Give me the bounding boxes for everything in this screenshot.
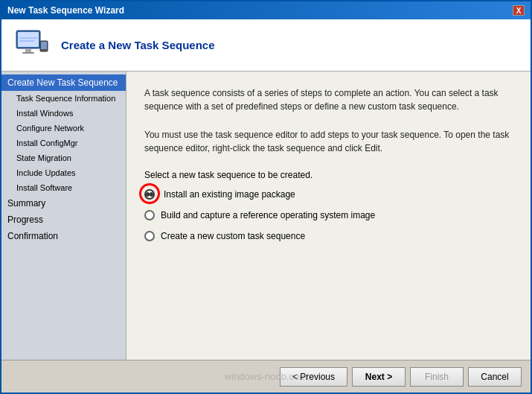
- sidebar: Create New Task Sequence Task Sequence I…: [1, 72, 126, 360]
- sidebar-item-install-configmgr[interactable]: Install ConfigMgr: [1, 136, 126, 150]
- sidebar-item-create-new[interactable]: Create New Task Sequence: [1, 74, 126, 91]
- sidebar-item-configure-network[interactable]: Configure Network: [1, 121, 126, 136]
- title-bar: New Task Sequence Wizard X: [1, 1, 531, 19]
- sidebar-item-install-software[interactable]: Install Software: [1, 180, 126, 195]
- close-button[interactable]: X: [513, 5, 525, 16]
- sidebar-item-label: Create New Task Sequence: [7, 77, 118, 88]
- radio-label-install-existing: Install an existing image package: [164, 189, 295, 200]
- sidebar-item-label: Install Software: [16, 183, 72, 192]
- radio-button-install-existing[interactable]: [144, 189, 155, 200]
- header-title: Create a New Task Sequence: [61, 39, 214, 51]
- sidebar-item-install-windows[interactable]: Install Windows: [1, 106, 126, 121]
- sidebar-item-task-info[interactable]: Task Sequence Information: [1, 91, 126, 106]
- sidebar-item-label: Summary: [7, 198, 45, 209]
- sidebar-item-label: Include Updates: [16, 168, 76, 177]
- sidebar-item-state-migration[interactable]: State Migration: [1, 150, 126, 165]
- sidebar-item-label: Progress: [7, 215, 43, 225]
- footer-area: windows-noob.com < Previous Next > Finis…: [1, 360, 531, 393]
- finish-button[interactable]: Finish: [410, 367, 464, 387]
- main-panel: A task sequence consists of a series of …: [126, 72, 531, 360]
- radio-label-custom: Create a new custom task sequence: [161, 231, 305, 241]
- svg-rect-2: [25, 48, 31, 52]
- content-area: Create New Task Sequence Task Sequence I…: [1, 72, 531, 360]
- sidebar-item-label: State Migration: [16, 153, 71, 162]
- radio-button-custom[interactable]: [144, 231, 155, 241]
- previous-button[interactable]: < Previous: [280, 367, 347, 387]
- sidebar-item-include-updates[interactable]: Include Updates: [1, 165, 126, 180]
- sidebar-item-confirmation[interactable]: Confirmation: [1, 228, 126, 244]
- window-title: New Task Sequence Wizard: [7, 5, 124, 16]
- sidebar-item-label: Confirmation: [7, 231, 58, 241]
- sidebar-item-label: Install ConfigMgr: [16, 139, 78, 147]
- sidebar-item-label: Configure Network: [16, 124, 84, 133]
- radio-option-install-existing[interactable]: Install an existing image package: [144, 189, 513, 200]
- description-para2: You must use the task sequence editor to…: [144, 128, 513, 155]
- sidebar-item-summary[interactable]: Summary: [1, 195, 126, 212]
- wizard-window: New Task Sequence Wizard X Create a New …: [0, 0, 532, 394]
- select-label: Select a new task sequence to be created…: [144, 170, 513, 180]
- svg-rect-5: [41, 42, 47, 49]
- radio-annotated-container: [144, 189, 161, 200]
- next-button[interactable]: Next >: [352, 367, 406, 387]
- radio-label-build-capture: Build and capture a reference operating …: [161, 210, 375, 220]
- sidebar-item-label: Task Sequence Information: [16, 94, 115, 103]
- description-para1: A task sequence consists of a series of …: [144, 86, 513, 113]
- radio-button-build-capture[interactable]: [144, 210, 155, 220]
- header-area: Create a New Task Sequence: [1, 19, 531, 72]
- wizard-icon: [13, 28, 49, 63]
- radio-option-build-capture[interactable]: Build and capture a reference operating …: [144, 210, 513, 220]
- radio-option-custom[interactable]: Create a new custom task sequence: [144, 231, 513, 241]
- sidebar-item-progress[interactable]: Progress: [1, 212, 126, 228]
- svg-rect-1: [18, 32, 39, 47]
- cancel-button[interactable]: Cancel: [468, 367, 522, 387]
- sidebar-item-label: Install Windows: [16, 109, 73, 118]
- svg-rect-3: [22, 52, 34, 54]
